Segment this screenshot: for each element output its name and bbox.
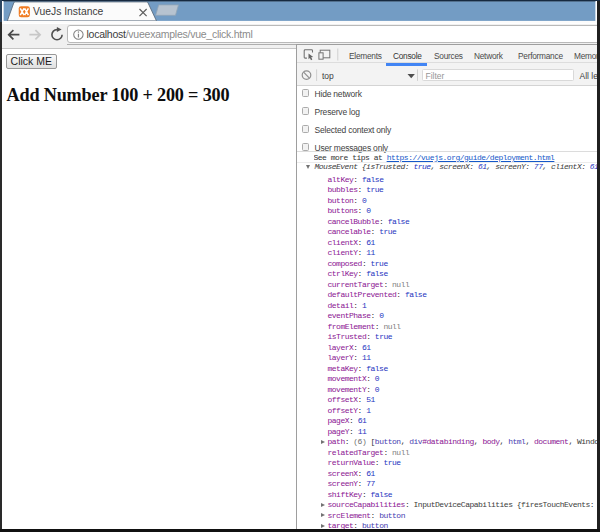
svg-text:VueJs Instance: VueJs Instance [33,7,103,18]
